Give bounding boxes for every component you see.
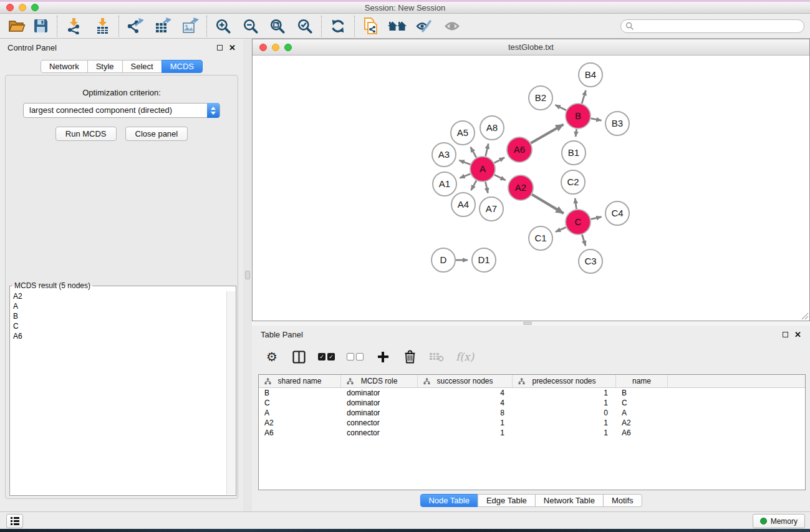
eye-slash-icon[interactable] (413, 16, 435, 37)
horizontal-split-divider[interactable] (252, 321, 810, 326)
unselect-all-columns-icon[interactable] (347, 349, 364, 364)
vertical-split-divider[interactable] (243, 39, 252, 511)
column-header-shared-name[interactable]: shared name (259, 375, 341, 387)
control-panel-tabs: NetworkStyleSelectMCDS (0, 60, 243, 73)
resize-grip-icon[interactable] (801, 312, 809, 320)
graph-node-label: A2 (515, 182, 526, 193)
network-window-titlebar[interactable]: testGlobe.txt (253, 39, 809, 56)
memory-status-icon (760, 518, 767, 525)
graph-edge-B-B4[interactable] (582, 90, 586, 104)
result-item[interactable]: C (11, 321, 226, 331)
tab-select[interactable]: Select (122, 60, 162, 73)
export-network-icon[interactable] (125, 16, 146, 37)
zoom-selected-icon[interactable] (294, 16, 316, 37)
memory-button[interactable]: Memory (753, 514, 805, 528)
graph-edge-A-A1[interactable] (460, 174, 470, 178)
network-graph: B4B2BB3A5A8A6B1A3AA1C2A2A4A7C4CC1C3DD1 (253, 56, 809, 321)
table-row[interactable]: Bdominator41B (259, 388, 805, 398)
result-item[interactable]: A6 (11, 331, 226, 341)
graph-edge-A-A6[interactable] (494, 158, 505, 163)
delete-trash-icon[interactable] (402, 349, 417, 364)
result-item[interactable]: A (11, 301, 226, 311)
graph-edge-A2-C[interactable] (532, 195, 564, 213)
tab-network-table[interactable]: Network Table (535, 494, 604, 507)
float-panel-icon[interactable] (783, 332, 788, 337)
graph-edge-A-A7[interactable] (485, 182, 488, 193)
divider-handle[interactable] (245, 271, 250, 279)
eye-icon[interactable] (441, 16, 463, 37)
graph-edge-A6-B[interactable] (531, 124, 563, 143)
graph-edge-B-B3[interactable] (591, 118, 602, 120)
table-tabs: Node TableEdge TableNetwork TableMotifs (420, 494, 642, 507)
close-panel-icon[interactable]: ✕ (229, 44, 236, 52)
documents-share-icon[interactable] (360, 16, 382, 37)
graph-edge-C-C2[interactable] (575, 198, 576, 209)
column-header-predecessor-nodes[interactable]: predecessor nodes (513, 375, 616, 387)
column-header-MCDS-role[interactable]: MCDS role (341, 375, 418, 387)
tab-network[interactable]: Network (41, 60, 88, 73)
graph-edge-A-A8[interactable] (486, 143, 489, 156)
close-panel-button[interactable]: Close panel (125, 127, 188, 141)
mcds-result-title: MCDS result (5 nodes) (12, 281, 92, 290)
select-all-columns-icon[interactable]: ✓✓ (318, 349, 335, 364)
table-row[interactable]: Cdominator41C (259, 398, 805, 408)
save-floppy-icon[interactable] (30, 16, 51, 37)
tab-motifs[interactable]: Motifs (603, 494, 642, 507)
result-scrollbar[interactable] (226, 291, 235, 495)
graph-edge-A-A5[interactable] (471, 147, 476, 158)
close-panel-icon[interactable]: ✕ (794, 331, 801, 339)
open-folder-icon[interactable] (6, 16, 27, 37)
tab-mcds[interactable]: MCDS (162, 60, 203, 73)
import-network-icon[interactable] (63, 16, 84, 37)
tab-edge-table[interactable]: Edge Table (478, 494, 536, 507)
column-header-successor-nodes[interactable]: successor nodes (418, 375, 513, 387)
tab-node-table[interactable]: Node Table (420, 494, 478, 507)
export-table-icon[interactable] (152, 16, 173, 37)
network-canvas[interactable]: B4B2BB3A5A8A6B1A3AA1C2A2A4A7C4CC1C3DD1 (253, 56, 809, 321)
table-row[interactable]: A2connector11A2 (259, 418, 805, 428)
column-header-name[interactable]: name (616, 375, 668, 387)
graph-edge-C-C3[interactable] (582, 235, 586, 246)
graph-edge-A-A2[interactable] (494, 175, 506, 180)
float-panel-icon[interactable] (217, 45, 223, 51)
task-history-button[interactable] (6, 514, 23, 528)
select-stepper-icon (207, 103, 219, 118)
criterion-select[interactable]: largest connected component (directed) (23, 103, 220, 118)
table-row[interactable]: A6connector11A6 (259, 428, 805, 438)
table-cell: 1 (418, 418, 513, 428)
graph-edge-A-A3[interactable] (459, 160, 470, 165)
search-input[interactable] (620, 19, 804, 33)
table-cell: A (616, 408, 668, 418)
table-cell: C (259, 398, 341, 408)
export-image-icon[interactable] (180, 16, 201, 37)
import-table-icon[interactable] (92, 16, 113, 37)
result-item[interactable]: B (11, 311, 226, 321)
table-cell: A2 (259, 418, 341, 428)
add-column-icon[interactable] (375, 349, 390, 364)
zoom-fit-icon[interactable] (267, 16, 288, 37)
graph-edge-B-B1[interactable] (576, 129, 576, 137)
graph-edge-C-C4[interactable] (591, 217, 601, 220)
divider-handle[interactable] (523, 322, 532, 325)
table-cell: 4 (418, 388, 513, 398)
refresh-icon[interactable] (327, 16, 349, 37)
graph-edge-C-C1[interactable] (556, 227, 566, 231)
table-cell: A (259, 408, 341, 418)
table-row[interactable]: Adominator80A (259, 408, 805, 418)
show-columns-icon[interactable] (291, 349, 306, 364)
double-home-icon[interactable] (387, 16, 408, 37)
toolbar-separator (57, 16, 57, 37)
table-cell: connector (341, 418, 418, 428)
table-settings-gear-icon[interactable]: ⚙ (264, 349, 279, 364)
graph-edge-A-A4[interactable] (471, 180, 476, 190)
zoom-in-icon[interactable] (213, 16, 234, 37)
result-item[interactable]: A2 (11, 291, 226, 301)
graph-edge-B-B2[interactable] (555, 105, 566, 110)
tab-style[interactable]: Style (87, 60, 123, 73)
zoom-out-icon[interactable] (240, 16, 261, 37)
graph-node-label: B2 (535, 92, 546, 103)
run-mcds-button[interactable]: Run MCDS (55, 127, 117, 141)
graph-node-label: B (575, 110, 581, 121)
table-cell: 1 (418, 428, 513, 438)
table-toolbar: ⚙ ✓✓ f(x) (264, 348, 474, 365)
